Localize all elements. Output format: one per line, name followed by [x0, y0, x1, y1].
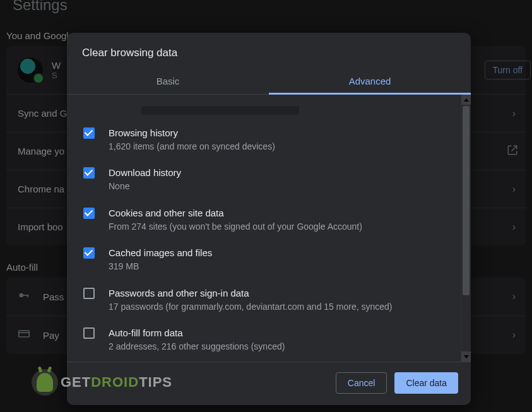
turn-off-button[interactable]: Turn off: [485, 61, 531, 79]
option-desc: 2 addresses, 216 other suggestions (sync…: [109, 339, 446, 353]
dialog-title: Clear browsing data: [67, 33, 471, 68]
options-scroll-area: Browsing history 1,620 items (and more o…: [67, 95, 471, 362]
option-label: Browsing history: [109, 126, 446, 139]
clear-browsing-data-dialog: Clear browsing data Basic Advanced Brows…: [67, 33, 471, 405]
tab-basic[interactable]: Basic: [67, 68, 269, 94]
option-label: Auto-fill form data: [109, 326, 446, 339]
option-desc: 1,620 items (and more on synced devices): [109, 139, 446, 153]
profile-sub: S: [52, 71, 61, 80]
option-desc: From 274 sites (you won't be signed out …: [109, 220, 446, 233]
options-list: Browsing history 1,620 items (and more o…: [67, 95, 461, 362]
option-desc: 17 passwords (for grammarly.com, deviant…: [109, 300, 446, 314]
cancel-button[interactable]: Cancel: [336, 372, 387, 394]
key-icon: [18, 289, 30, 304]
external-link-icon: [507, 144, 518, 158]
option-label: Download history: [109, 166, 446, 179]
option-passwords: Passwords and other sign-in data 17 pass…: [82, 280, 446, 320]
option-label: Cached images and files: [109, 246, 446, 259]
checkbox-passwords[interactable]: [83, 288, 95, 299]
option-label: Cookies and other site data: [109, 206, 446, 220]
chevron-right-icon: ›: [512, 329, 516, 341]
option-cache: Cached images and files 319 MB: [82, 240, 446, 280]
option-desc: None: [109, 179, 446, 193]
scrollbar[interactable]: [461, 95, 471, 362]
scroll-down-icon[interactable]: [461, 351, 471, 362]
clear-data-button[interactable]: Clear data: [394, 372, 458, 394]
avatar: [18, 57, 43, 83]
checkbox-download-history[interactable]: [83, 167, 95, 179]
chevron-right-icon: ›: [512, 221, 516, 233]
option-cookies: Cookies and other site data From 274 sit…: [82, 200, 446, 240]
dialog-tabs: Basic Advanced: [67, 68, 471, 95]
checkbox-cookies[interactable]: [83, 208, 95, 219]
option-browsing-history: Browsing history 1,620 items (and more o…: [82, 120, 446, 160]
watermark-text: GETDROIDTIPS: [61, 374, 172, 391]
tab-advanced[interactable]: Advanced: [269, 68, 471, 94]
option-desc: 319 MB: [109, 259, 446, 273]
svg-rect-2: [27, 295, 28, 297]
watermark-logo-icon: [32, 369, 58, 396]
checkbox-cache[interactable]: [83, 247, 95, 259]
scroll-thumb[interactable]: [463, 106, 470, 295]
checkbox-autofill[interactable]: [83, 327, 95, 339]
time-range-row: [82, 106, 446, 117]
chevron-right-icon: ›: [512, 291, 516, 302]
svg-rect-3: [19, 331, 30, 337]
settings-title: Settings: [0, 0, 532, 14]
card-icon: [18, 327, 30, 343]
chevron-right-icon: ›: [512, 108, 516, 119]
scroll-up-icon[interactable]: [461, 95, 471, 105]
svg-point-0: [20, 293, 24, 298]
watermark: GETDROIDTIPS: [32, 369, 172, 396]
profile-name: W: [52, 60, 61, 71]
option-download-history: Download history None: [82, 160, 446, 199]
option-autofill: Auto-fill form data 2 addresses, 216 oth…: [82, 320, 446, 360]
checkbox-browsing-history[interactable]: [83, 127, 95, 139]
chevron-right-icon: ›: [512, 184, 516, 195]
option-label: Passwords and other sign-in data: [109, 286, 446, 300]
